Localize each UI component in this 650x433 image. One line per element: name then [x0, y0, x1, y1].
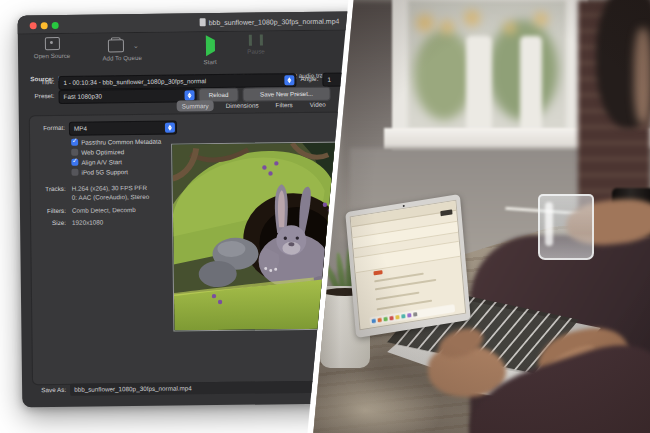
checkbox-unchecked-icon	[71, 169, 78, 176]
angle-label: Angle:	[294, 75, 318, 82]
white-vase	[520, 36, 542, 130]
foliage	[414, 30, 474, 120]
bokeh-light	[440, 20, 454, 34]
text-line	[376, 292, 420, 301]
checkbox-align-av-start[interactable]: Align A/V Start	[71, 158, 122, 166]
add-to-queue-icon: ⌄	[108, 39, 124, 52]
window-title-text: bbb_sunflower_1080p_30fps_normal.mp4	[209, 17, 340, 26]
white-vase	[466, 36, 492, 130]
size-value: 1920x1080	[72, 218, 103, 225]
minimize-traffic-light[interactable]	[41, 22, 48, 29]
checkbox-checked-icon	[71, 139, 78, 146]
checkbox-unchecked-icon	[71, 149, 78, 156]
composite-image: bbb_sunflower_1080p_30fps_normal.mp4 Ope…	[0, 0, 650, 433]
window-glass	[408, 0, 566, 130]
start-button[interactable]: Start	[190, 35, 230, 65]
size-label: Size:	[28, 219, 66, 226]
bokeh-light	[464, 10, 480, 26]
water-glass	[538, 194, 594, 260]
tracks-label: Tracks:	[28, 185, 66, 192]
open-source-button[interactable]: Open Source	[26, 37, 78, 60]
bokeh-light	[504, 22, 516, 34]
chevron-down-icon[interactable]: ⌄	[133, 42, 139, 50]
format-label: Format:	[27, 124, 65, 131]
start-play-icon	[205, 35, 214, 56]
tracks-line1: H.264 (x264), 30 FPS PFR	[72, 184, 147, 192]
save-as-label: Save As:	[30, 386, 66, 393]
format-caret-icon[interactable]	[165, 123, 175, 133]
add-to-queue-button[interactable]: ⌄ Add To Queue	[92, 36, 152, 62]
filters-value: Comb Detect, Decomb	[72, 206, 136, 214]
laptop-display	[350, 200, 467, 331]
tab-video[interactable]: Video	[305, 99, 331, 110]
checkbox-checked-icon	[71, 159, 78, 166]
toolbar: Open Source ⌄ Add To Queue Start Pause	[18, 30, 386, 64]
tab-dimensions[interactable]: Dimensions	[221, 100, 264, 112]
open-source-icon	[44, 37, 59, 50]
format-select[interactable]: MP4	[69, 121, 177, 136]
pause-button[interactable]: Pause	[236, 34, 276, 54]
person-face	[634, 28, 650, 124]
filters-label: Filters:	[28, 207, 66, 214]
checkbox-web-optimized[interactable]: Web Optimized	[71, 148, 124, 156]
bokeh-light	[534, 12, 548, 26]
checkbox-ipod-5g[interactable]: iPod 5G Support	[71, 168, 128, 176]
preset-caret-icon[interactable]	[184, 90, 194, 100]
preset-label: Preset:	[21, 92, 55, 99]
dark-button	[440, 209, 452, 216]
tab-summary[interactable]: Summary	[177, 100, 214, 111]
glass-highlight	[545, 202, 553, 246]
laptop-screen	[345, 194, 471, 338]
popup-caret-icon[interactable]	[284, 75, 294, 85]
tracks-line2: 0: AAC (CoreAudio), Stereo	[72, 193, 149, 201]
webcam-dot	[403, 204, 405, 206]
close-traffic-light[interactable]	[30, 22, 37, 29]
pause-icon	[249, 35, 263, 46]
bokeh-light	[416, 14, 434, 32]
window-title: bbb_sunflower_1080p_30fps_normal.mp4	[200, 17, 340, 27]
checkbox-passthru-metadata[interactable]: Passthru Common Metadata	[71, 138, 161, 146]
tab-filters[interactable]: Filters	[270, 99, 297, 110]
orange-chip	[373, 270, 382, 275]
document-icon	[200, 18, 206, 26]
zoom-traffic-light[interactable]	[52, 22, 59, 29]
title-label: Title:	[24, 78, 54, 85]
